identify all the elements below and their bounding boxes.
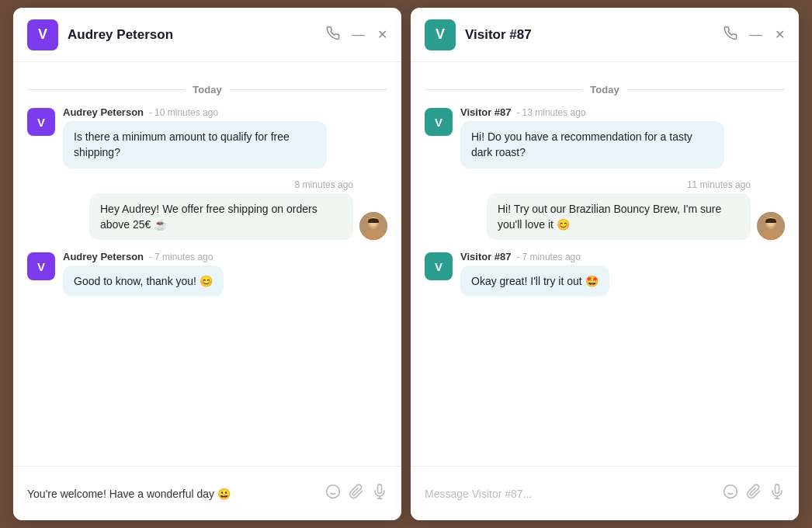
v87-msg-content-1: Visitor #87 - 13 minutes ago Hi! Do you …: [460, 106, 724, 168]
chat-body-audrey: Today V Audrey Peterson - 10 minutes ago…: [13, 62, 401, 466]
chat-window-audrey: V Audrey Peterson — ✕ Today V: [13, 8, 401, 520]
phone-icon-audrey[interactable]: [326, 26, 340, 43]
input-text-audrey: You're welcome! Have a wonderful day 😀: [27, 488, 318, 500]
v87-msg-avatar-1: V: [425, 108, 453, 136]
agent-col-1: 8 minutes ago Hey Audrey! We offer free …: [89, 179, 353, 241]
header-icons-audrey: — ✕: [326, 26, 387, 43]
header-icons-visitor87: — ✕: [724, 26, 785, 43]
divider-line-right: [230, 89, 387, 90]
v87-message-row-3: V Visitor #87 - 7 minutes ago Okay great…: [425, 251, 785, 297]
v87-agent-photo-1: [757, 212, 785, 240]
v87-msg-bubble-3: Okay great! I'll try it out 🤩: [460, 266, 609, 297]
v87-agent-row-1: 11 minutes ago Hi! Try out our Brazilian…: [425, 179, 785, 241]
agent-row-1: 8 minutes ago Hey Audrey! We offer free …: [27, 179, 387, 241]
msg-content-3: Audrey Peterson - 7 minutes ago Good to …: [63, 251, 224, 297]
mic-icon-audrey[interactable]: [372, 484, 387, 503]
msg-content-1: Audrey Peterson - 10 minutes ago Is ther…: [63, 106, 327, 168]
v87-agent-bubble-1: Hi! Try out our Brazilian Bouncy Brew, I…: [487, 193, 751, 241]
close-icon-visitor87[interactable]: ✕: [775, 27, 785, 42]
msg-bubble-3: Good to know, thank you! 😊: [63, 266, 224, 297]
v87-msg-meta-3: Visitor #87 - 7 minutes ago: [460, 251, 609, 262]
phone-icon-visitor87[interactable]: [724, 26, 737, 43]
msg-sender-1: Audrey Peterson: [63, 106, 144, 118]
v87-message-row-1: V Visitor #87 - 13 minutes ago Hi! Do yo…: [425, 106, 785, 168]
v87-msg-sender-3: Visitor #87: [460, 251, 512, 262]
v87-msg-time-3: 7 minutes ago: [522, 252, 581, 262]
message-row-1: V Audrey Peterson - 10 minutes ago Is th…: [27, 106, 387, 168]
agent-photo-1: [359, 212, 387, 240]
input-field-visitor87[interactable]: [425, 488, 715, 500]
svg-point-4: [327, 485, 340, 498]
attach-icon-visitor87[interactable]: [746, 484, 762, 503]
attach-icon-audrey[interactable]: [349, 484, 364, 503]
emoji-icon-audrey[interactable]: [325, 484, 341, 503]
chat-body-visitor87: Today V Visitor #87 - 13 minutes ago Hi!…: [411, 62, 799, 466]
minimize-icon-visitor87[interactable]: —: [750, 28, 762, 42]
agent-bubble-1: Hey Audrey! We offer free shipping on or…: [89, 193, 353, 241]
msg-time-1: 10 minutes ago: [154, 107, 218, 118]
v87-msg-sender-1: Visitor #87: [460, 106, 512, 118]
divider-line-left-v87: [425, 89, 582, 90]
msg-avatar-3: V: [27, 252, 55, 280]
msg-bubble-1: Is there a minimum amount to qualify for…: [63, 121, 327, 168]
msg-meta-1: Audrey Peterson - 10 minutes ago: [63, 106, 327, 118]
chat-windows-container: V Audrey Peterson — ✕ Today V: [0, 0, 812, 528]
mic-icon-visitor87[interactable]: [769, 484, 785, 503]
v87-agent-time-1: 11 minutes ago: [687, 179, 751, 190]
chat-header-audrey: V Audrey Peterson — ✕: [13, 8, 401, 62]
date-divider-visitor87: Today: [425, 84, 785, 96]
date-label-visitor87: Today: [590, 84, 619, 96]
chat-header-visitor87: V Visitor #87 — ✕: [411, 8, 799, 62]
divider-line-right-v87: [627, 89, 785, 90]
message-row-3: V Audrey Peterson - 7 minutes ago Good t…: [27, 251, 387, 297]
v87-msg-time-1: 13 minutes ago: [522, 107, 586, 118]
emoji-icon-visitor87[interactable]: [723, 484, 738, 503]
chat-input-visitor87[interactable]: [411, 466, 799, 520]
minimize-icon-audrey[interactable]: —: [352, 28, 365, 42]
agent-time-1: 8 minutes ago: [295, 179, 353, 190]
date-divider-audrey: Today: [27, 84, 387, 96]
chat-input-audrey[interactable]: You're welcome! Have a wonderful day 😀: [13, 466, 401, 520]
v87-msg-content-3: Visitor #87 - 7 minutes ago Okay great! …: [460, 251, 609, 297]
msg-meta-3: Audrey Peterson - 7 minutes ago: [63, 251, 224, 262]
chat-title-visitor87: Visitor #87: [465, 27, 724, 43]
msg-sender-3: Audrey Peterson: [63, 251, 144, 262]
chat-window-visitor87: V Visitor #87 — ✕ Today V Vis: [411, 8, 799, 520]
chat-title-audrey: Audrey Peterson: [68, 27, 326, 43]
msg-time-3: 7 minutes ago: [154, 252, 213, 262]
avatar-visitor87: V: [425, 19, 456, 50]
date-label-audrey: Today: [193, 84, 221, 96]
v87-msg-meta-1: Visitor #87 - 13 minutes ago: [460, 106, 724, 118]
divider-line-left: [27, 89, 185, 90]
close-icon-audrey[interactable]: ✕: [377, 27, 387, 42]
v87-msg-avatar-3: V: [425, 252, 453, 280]
msg-avatar-1: V: [27, 108, 55, 136]
v87-agent-col-1: 11 minutes ago Hi! Try out our Brazilian…: [487, 179, 751, 241]
v87-msg-bubble-1: Hi! Do you have a recommendation for a t…: [460, 121, 724, 168]
svg-point-13: [724, 485, 737, 498]
avatar-audrey: V: [27, 19, 58, 50]
